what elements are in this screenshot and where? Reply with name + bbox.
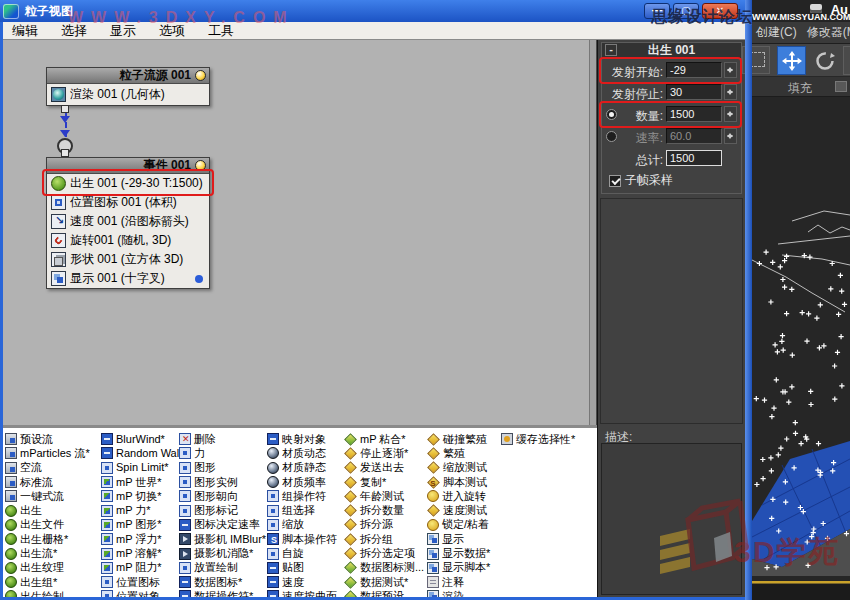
spinner-down-icon[interactable] <box>727 113 733 120</box>
menu-item-选择[interactable]: 选择 <box>61 22 87 40</box>
depot-item[interactable]: 数据测试* <box>344 575 424 589</box>
select-scale-button[interactable] <box>843 46 850 75</box>
depot-item[interactable]: mP 图形* <box>101 518 189 532</box>
depot-item[interactable]: 停止逐渐* <box>344 446 424 460</box>
connector-input-socket[interactable] <box>61 149 69 157</box>
depot-item[interactable]: Spin Limit* <box>101 461 189 475</box>
depot-item[interactable]: 锁定/粘着 <box>427 518 490 532</box>
depot-item[interactable]: 速度按曲面 <box>267 589 337 597</box>
depot-item[interactable]: 删除 <box>179 432 266 446</box>
depot-item[interactable]: 出生流* <box>5 546 90 560</box>
enable-lightbulb-icon[interactable] <box>195 160 206 171</box>
depot-item[interactable]: 速度测试 <box>427 503 490 517</box>
depot-item[interactable]: 繁殖 <box>427 446 490 460</box>
depot-item[interactable]: 显示脚本* <box>427 561 490 575</box>
depot-item[interactable]: 拆分组 <box>344 532 424 546</box>
depot-item[interactable]: mP 世界* <box>101 475 189 489</box>
subframe-checkbox[interactable] <box>609 175 621 187</box>
source-node[interactable]: 粒子流源 001 渲染 001 (几何体) <box>46 67 210 106</box>
ribbon-toggle-icon[interactable] <box>835 81 847 92</box>
depot-item[interactable]: 组操作符 <box>267 489 337 503</box>
connector-output-socket[interactable] <box>61 105 69 113</box>
depot-item[interactable]: 拆分源 <box>344 518 424 532</box>
depot-item[interactable]: 数据预设... <box>344 589 424 597</box>
spinner-control[interactable] <box>724 106 737 122</box>
depot-item[interactable]: mP 阻力* <box>101 561 189 575</box>
node-canvas[interactable]: 粒子流源 001 渲染 001 (几何体) 事件 001 出生 001 (-29… <box>3 40 589 425</box>
depot-item[interactable]: 出生纹理 <box>5 561 90 575</box>
spinner-control[interactable] <box>724 84 737 100</box>
depot-item[interactable]: 缩放 <box>267 518 337 532</box>
rollout-header[interactable]: - 出生 001 <box>602 43 741 58</box>
depot-item[interactable]: mP 切换* <box>101 489 189 503</box>
spinner-down-icon[interactable] <box>727 135 733 142</box>
depot-item[interactable]: Random Walk* <box>101 446 189 460</box>
node-action-row[interactable]: 位置图标 001 (体积) <box>47 193 209 212</box>
depot-item[interactable]: BlurWind* <box>101 432 189 446</box>
depot-item[interactable]: 空流 <box>5 461 90 475</box>
enable-lightbulb-icon[interactable] <box>195 70 206 81</box>
depot-item[interactable]: 数据操作符* <box>179 589 266 597</box>
depot-item[interactable]: mP 溶解* <box>101 546 189 560</box>
spinner-control[interactable] <box>724 128 737 144</box>
node-action-row[interactable]: 形状 001 (立方体 3D) <box>47 250 209 269</box>
depot-item[interactable]: 年龄测试 <box>344 489 424 503</box>
event-node-titlebar[interactable]: 事件 001 <box>47 158 209 174</box>
depot-item[interactable]: 出生绘制 <box>5 589 90 597</box>
depot-item[interactable]: 渲染 <box>427 589 490 597</box>
param-field[interactable]: -29 <box>666 62 722 78</box>
depot-item[interactable]: 组选择 <box>267 503 337 517</box>
node-action-row[interactable]: 旋转001 (随机, 3D) <box>47 231 209 250</box>
depot-item[interactable]: 注释 <box>427 575 490 589</box>
depot-item[interactable]: 位置对象 <box>101 589 189 597</box>
depot-item[interactable]: 图形标记 <box>179 503 266 517</box>
depot-item[interactable]: 数据图标* <box>179 575 266 589</box>
particle-view-titlebar[interactable]: 粒子视图 <box>0 0 752 22</box>
select-move-button[interactable] <box>777 46 806 75</box>
depot-item[interactable]: 图标决定速率 <box>179 518 266 532</box>
depot-item[interactable]: 力 <box>179 446 266 460</box>
viewport[interactable] <box>752 97 850 600</box>
depot-item[interactable]: 位置图标 <box>101 575 189 589</box>
depot-item[interactable]: 放置绘制 <box>179 561 266 575</box>
depot-item[interactable]: 显示 <box>427 532 490 546</box>
depot-item[interactable]: 脚本操作符 <box>267 532 337 546</box>
menu-item-显示[interactable]: 显示 <box>110 22 136 40</box>
param-field[interactable]: 1500 <box>666 150 722 166</box>
depot-item[interactable]: mP 力* <box>101 503 189 517</box>
spinner-down-icon[interactable] <box>727 69 733 76</box>
depot-item[interactable]: 出生栅格* <box>5 532 90 546</box>
node-action-row[interactable]: 速度 001 (沿图标箭头) <box>47 212 209 231</box>
node-action-row[interactable]: 出生 001 (-29-30 T:1500) <box>47 174 209 193</box>
node-action-row[interactable]: 显示 001 (十字叉) <box>47 269 209 288</box>
collapse-button[interactable]: - <box>605 44 617 56</box>
depot-item[interactable]: 图形 <box>179 461 266 475</box>
menu-item-编辑[interactable]: 编辑 <box>12 22 38 40</box>
depot-item[interactable]: mP 粘合* <box>344 432 424 446</box>
param-field[interactable]: 60.0 <box>666 128 722 144</box>
depot-item[interactable]: 材质动态 <box>267 446 337 460</box>
depot-item[interactable]: 数据图标测... <box>344 561 424 575</box>
depot-item[interactable]: 贴图 <box>267 561 337 575</box>
depot-item[interactable]: 拆分数量 <box>344 503 424 517</box>
depot-item[interactable]: 材质频率 <box>267 475 337 489</box>
depot-item[interactable]: 一键式流 <box>5 489 90 503</box>
close-button[interactable]: ✕ <box>702 3 738 19</box>
depot-item[interactable]: 材质静态 <box>267 461 337 475</box>
menu-item-工具[interactable]: 工具 <box>208 22 234 40</box>
depot-item[interactable]: 复制* <box>344 475 424 489</box>
source-node-titlebar[interactable]: 粒子流源 001 <box>47 68 209 84</box>
param-field[interactable]: 1500 <box>666 106 722 122</box>
depot-item[interactable]: 标准流 <box>5 475 90 489</box>
depot-item[interactable]: 图形朝向 <box>179 489 266 503</box>
spinner-down-icon[interactable] <box>727 91 733 98</box>
depot-item[interactable]: 出生 <box>5 503 90 517</box>
depot-item[interactable]: 缓存选择性* <box>501 432 575 446</box>
event-node[interactable]: 事件 001 出生 001 (-29-30 T:1500)位置图标 001 (体… <box>46 157 210 289</box>
depot-item[interactable]: 发送出去 <box>344 461 424 475</box>
depot-item[interactable]: 速度 <box>267 575 337 589</box>
spinner-control[interactable] <box>724 62 737 78</box>
depot-item[interactable]: 拆分选定项 <box>344 546 424 560</box>
depot-item[interactable]: 进入旋转 <box>427 489 490 503</box>
node-action-row[interactable]: 渲染 001 (几何体) <box>47 85 209 104</box>
